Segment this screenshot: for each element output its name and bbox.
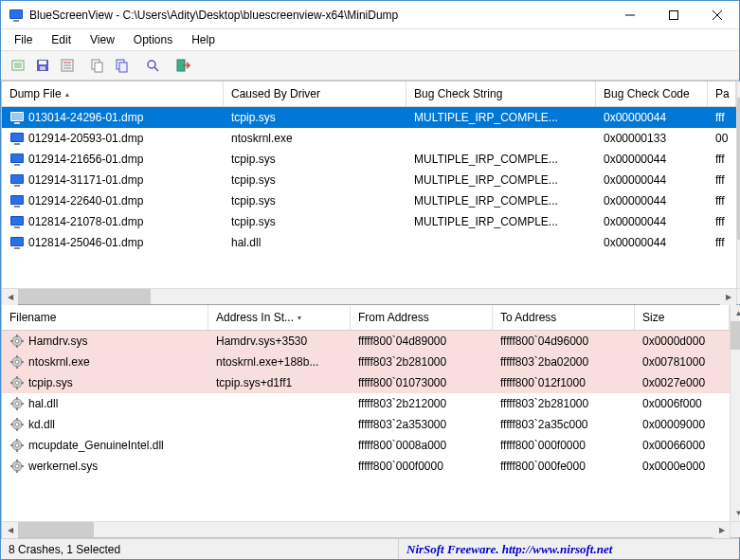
scroll-right-icon[interactable]: ▶ (713, 522, 730, 538)
menubar: File Edit View Options Help (1, 29, 739, 50)
statusbar: 8 Crashes, 1 Selected NirSoft Freeware. … (1, 538, 739, 559)
table-row[interactable]: ntoskrnl.exentoskrnl.exe+188b...fffff803… (2, 352, 730, 372)
svg-rect-74 (10, 424, 13, 425)
tool-save-icon[interactable] (31, 54, 54, 77)
table-row[interactable]: mcupdate_GenuineIntel.dllfffff800`0008a0… (2, 435, 730, 456)
h-scrollbar-bottom[interactable]: ◀ ▶ (2, 521, 730, 537)
svg-rect-67 (16, 407, 18, 410)
table-row[interactable]: 012914-20593-01.dmpntoskrnl.exe0x0000013… (2, 128, 736, 149)
svg-rect-13 (40, 66, 45, 70)
table-row[interactable]: 012914-21656-01.dmptcpip.sysMULTIPLE_IRP… (2, 149, 736, 170)
minimize-button[interactable] (608, 1, 652, 29)
maximize-button[interactable] (652, 1, 695, 29)
svg-rect-72 (16, 418, 18, 421)
menu-edit[interactable]: Edit (42, 31, 81, 48)
dump-list-pane: Dump File▴ Caused By Driver Bug Check St… (2, 81, 738, 305)
svg-rect-86 (10, 465, 13, 467)
svg-rect-12 (39, 61, 46, 64)
status-text: 8 Crashes, 1 Selected (1, 539, 399, 559)
scroll-down-icon[interactable]: ▼ (731, 505, 740, 521)
svg-rect-85 (16, 470, 18, 473)
h-scrollbar-top[interactable]: ◀ ▶ (2, 288, 736, 304)
svg-rect-32 (11, 154, 23, 162)
svg-rect-48 (16, 334, 18, 337)
svg-rect-26 (11, 113, 23, 120)
svg-rect-36 (14, 185, 20, 187)
svg-rect-87 (21, 465, 24, 467)
col-from-address[interactable]: From Address (351, 305, 493, 330)
scroll-left-icon[interactable]: ◀ (2, 289, 18, 305)
svg-rect-57 (21, 361, 24, 363)
svg-line-23 (154, 67, 158, 71)
v-scrollbar-bottom[interactable]: ▲ ▼ (730, 305, 740, 537)
svg-rect-62 (10, 382, 13, 384)
tool-find-icon[interactable] (141, 54, 164, 77)
module-list-header: Filename Address In St...▾ From Address … (2, 305, 730, 331)
svg-point-71 (15, 423, 19, 426)
credit-text: NirSoft Freeware. http://www.nirsoft.net (399, 542, 739, 557)
module-list-body[interactable]: Hamdrv.sysHamdrv.sys+3530fffff800`04d890… (2, 331, 730, 521)
svg-rect-79 (16, 449, 18, 452)
svg-rect-50 (10, 340, 13, 342)
tool-copy-icon[interactable] (86, 54, 109, 77)
col-dump-file[interactable]: Dump File▴ (2, 81, 224, 106)
table-row[interactable]: kd.dllfffff803`2a353000fffff803`2a35c000… (2, 414, 730, 435)
table-row[interactable]: 012914-31171-01.dmptcpip.sysMULTIPLE_IRP… (2, 170, 736, 190)
svg-rect-45 (14, 247, 20, 249)
svg-point-22 (148, 61, 155, 68)
col-bug-check-code[interactable]: Bug Check Code (596, 81, 708, 106)
svg-point-65 (15, 402, 19, 406)
menu-file[interactable]: File (5, 31, 42, 48)
module-list-pane: Filename Address In St...▾ From Address … (2, 305, 738, 537)
svg-rect-38 (11, 196, 23, 204)
svg-rect-84 (16, 460, 18, 462)
dump-list-header: Dump File▴ Caused By Driver Bug Check St… (2, 81, 736, 107)
menu-view[interactable]: View (81, 31, 124, 48)
svg-rect-30 (14, 143, 20, 145)
dump-list-body[interactable]: 013014-24296-01.dmptcpip.sysMULTIPLE_IRP… (2, 107, 736, 288)
table-row[interactable]: 012814-21078-01.dmptcpip.sysMULTIPLE_IRP… (2, 211, 736, 232)
col-to-address[interactable]: To Address (493, 305, 635, 330)
table-row[interactable]: 012914-22640-01.dmptcpip.sysMULTIPLE_IRP… (2, 190, 736, 211)
titlebar[interactable]: BlueScreenView - C:\Users\Adity\Desktop\… (1, 1, 739, 29)
toolbar (1, 50, 739, 81)
svg-rect-55 (16, 366, 18, 369)
table-row[interactable]: Hamdrv.sysHamdrv.sys+3530fffff800`04d890… (2, 331, 730, 352)
svg-rect-2 (10, 10, 22, 18)
svg-rect-66 (16, 397, 18, 400)
scroll-right-icon[interactable]: ▶ (720, 289, 736, 305)
svg-point-77 (15, 443, 19, 447)
menu-options[interactable]: Options (124, 31, 182, 48)
col-caused-by[interactable]: Caused By Driver (224, 81, 406, 106)
scroll-up-icon[interactable]: ▲ (731, 305, 740, 321)
svg-rect-42 (14, 226, 20, 228)
table-row[interactable]: 013014-24296-01.dmptcpip.sysMULTIPLE_IRP… (2, 107, 736, 128)
table-row[interactable]: 012814-25046-01.dmphal.dll0x00000044fff (2, 232, 736, 253)
svg-rect-51 (21, 340, 24, 342)
svg-rect-73 (16, 428, 18, 431)
table-row[interactable]: tcpip.systcpip.sys+d1ff1fffff800`0107300… (2, 372, 730, 393)
col-address-in-stack[interactable]: Address In St...▾ (208, 305, 351, 330)
tool-exit-icon[interactable] (171, 54, 194, 77)
col-filename[interactable]: Filename (2, 305, 208, 330)
table-row[interactable]: werkernel.sysfffff800`000f0000fffff800`0… (2, 456, 730, 477)
window-title: BlueScreenView - C:\Users\Adity\Desktop\… (29, 9, 608, 22)
v-scrollbar-top[interactable]: ▲ ▼ (736, 81, 740, 304)
col-p[interactable]: Pa (708, 81, 736, 106)
tool-properties-icon[interactable] (56, 54, 79, 77)
close-button[interactable] (695, 1, 739, 29)
scroll-left-icon[interactable]: ◀ (2, 522, 18, 538)
svg-point-59 (15, 381, 19, 385)
svg-rect-1 (13, 20, 19, 22)
col-bug-check-string[interactable]: Bug Check String (406, 81, 596, 106)
table-row[interactable]: hal.dllfffff803`2b212000fffff803`2b28100… (2, 393, 730, 414)
menu-help[interactable]: Help (182, 31, 225, 48)
svg-rect-39 (14, 206, 20, 208)
svg-rect-81 (21, 444, 24, 446)
col-size[interactable]: Size (635, 305, 730, 330)
tool-selectall-icon[interactable] (111, 54, 134, 77)
svg-rect-41 (11, 217, 23, 225)
tool-open-icon[interactable] (7, 54, 29, 77)
app-window: BlueScreenView - C:\Users\Adity\Desktop\… (0, 0, 740, 560)
svg-rect-54 (16, 355, 18, 358)
